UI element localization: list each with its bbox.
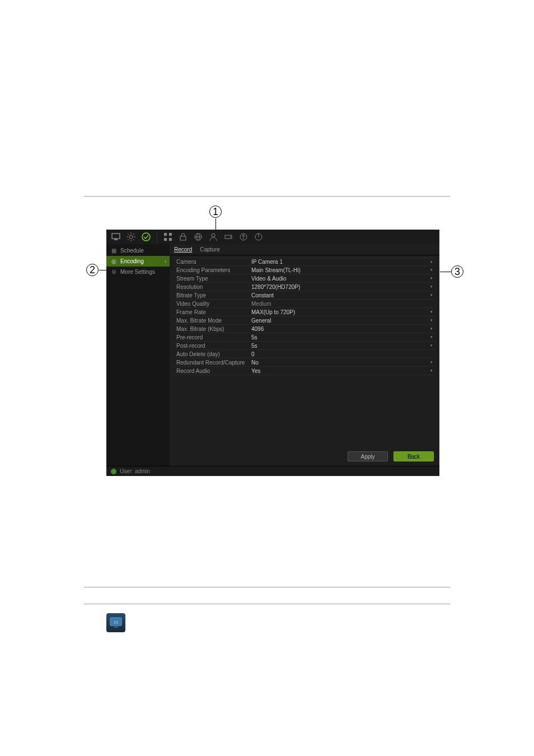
label-video-quality: Video Quality <box>174 301 249 307</box>
top-toolbar <box>106 230 439 244</box>
value-frame-rate[interactable]: MAX(Up to 720P)▾ <box>249 309 435 315</box>
screenshot-window: ▦ Schedule ◎ Encoding › ⚙ More Settings … <box>106 230 439 476</box>
sidebar-item-label: Encoding <box>120 258 144 264</box>
value-max-bitrate-kbps[interactable]: 4096▾ <box>249 326 435 332</box>
label-auto-delete: Auto Delete (day) <box>174 351 249 357</box>
form: Camera IP Camera 1▾ Encoding Parameters … <box>170 255 439 375</box>
label-pre-record: Pre-record <box>174 334 249 340</box>
svg-point-14 <box>230 236 231 237</box>
sidebar-item-schedule[interactable]: ▦ Schedule <box>106 245 170 256</box>
svg-rect-4 <box>164 233 167 236</box>
live-view-icon: 25 <box>106 613 125 632</box>
row-video-quality: Video Quality Medium <box>174 300 435 308</box>
row-redundant: Redundant Record/Capture No▾ <box>174 358 435 367</box>
value-resolution[interactable]: 1280*720(HD720P)▾ <box>249 284 435 290</box>
value-max-bitrate-mode[interactable]: General▾ <box>249 318 435 324</box>
tab-capture[interactable]: Capture <box>200 246 220 253</box>
row-camera: Camera IP Camera 1▾ <box>174 258 435 266</box>
sidebar-item-encoding[interactable]: ◎ Encoding › <box>106 256 170 267</box>
power-icon[interactable] <box>254 232 264 242</box>
back-button[interactable]: Back <box>394 451 434 461</box>
row-encoding-parameters: Encoding Parameters Main Stream(TL-Hi)▾ <box>174 266 435 274</box>
annotation-2: 2 <box>86 264 99 276</box>
chevron-down-icon: ▾ <box>430 284 433 289</box>
svg-point-12 <box>212 234 215 237</box>
calendar-icon: ▦ <box>111 248 117 254</box>
monitor-icon[interactable] <box>111 232 121 242</box>
value-video-quality: Medium <box>249 301 435 307</box>
gear-icon: ⚙ <box>111 269 117 275</box>
grid-icon[interactable] <box>163 232 173 242</box>
row-stream-type: Stream Type Video & Audio▾ <box>174 274 435 283</box>
sidebar-item-more-settings[interactable]: ⚙ More Settings <box>106 267 170 277</box>
svg-rect-19 <box>114 626 118 628</box>
svg-rect-6 <box>164 238 167 241</box>
label-post-record: Post-record <box>174 343 249 349</box>
value-redundant[interactable]: No▾ <box>249 360 435 366</box>
label-stream-type: Stream Type <box>174 276 249 282</box>
chevron-down-icon: ▾ <box>430 326 433 331</box>
chevron-down-icon: ▾ <box>430 360 433 365</box>
label-redundant: Redundant Record/Capture <box>174 360 249 366</box>
row-frame-rate: Frame Rate MAX(Up to 720P)▾ <box>174 308 435 316</box>
settings-tool-icon[interactable] <box>126 232 136 242</box>
annotation-3: 3 <box>451 265 463 278</box>
row-record-audio: Record Audio Yes▾ <box>174 367 435 375</box>
lock-icon[interactable] <box>178 232 188 242</box>
globe-icon[interactable] <box>193 232 203 242</box>
value-auto-delete[interactable]: 0 <box>249 351 435 357</box>
svg-text:25: 25 <box>114 620 118 624</box>
chevron-down-icon: ▾ <box>430 318 433 323</box>
value-post-record[interactable]: 5s▾ <box>249 343 435 349</box>
value-stream-type[interactable]: Video & Audio▾ <box>249 276 435 282</box>
row-pre-record: Pre-record 5s▾ <box>174 333 435 342</box>
value-record-audio[interactable]: Yes▾ <box>249 368 435 374</box>
chevron-down-icon: ▾ <box>430 260 433 264</box>
footer: Apply Back <box>170 447 439 466</box>
chevron-down-icon: ▾ <box>430 310 433 314</box>
chevron-down-icon: ▾ <box>430 276 433 281</box>
svg-rect-0 <box>112 234 120 239</box>
check-icon[interactable] <box>141 232 151 242</box>
svg-rect-1 <box>114 239 118 240</box>
disk-icon[interactable] <box>223 232 233 242</box>
svg-rect-7 <box>169 238 172 241</box>
svg-rect-5 <box>169 233 172 236</box>
chevron-down-icon: ▾ <box>430 368 433 373</box>
annotation-2-line <box>99 270 107 270</box>
svg-point-2 <box>129 235 133 239</box>
value-camera[interactable]: IP Camera 1▾ <box>249 259 435 265</box>
label-encoding-parameters: Encoding Parameters <box>174 267 249 273</box>
annotation-1: 1 <box>209 206 222 218</box>
sidebar-item-label: More Settings <box>120 269 155 275</box>
chevron-down-icon: ▾ <box>430 335 433 339</box>
tab-record[interactable]: Record <box>174 246 192 253</box>
value-pre-record[interactable]: 5s▾ <box>249 334 435 340</box>
label-camera: Camera <box>174 259 249 265</box>
chevron-down-icon: ▾ <box>430 343 433 348</box>
svg-rect-8 <box>180 236 186 240</box>
annotation-3-line <box>440 272 451 272</box>
sidebar: ▦ Schedule ◎ Encoding › ⚙ More Settings <box>106 244 170 466</box>
value-bitrate-type[interactable]: Constant▾ <box>249 292 435 298</box>
user-icon[interactable] <box>208 232 218 242</box>
row-max-bitrate-mode: Max. Bitrate Mode General▾ <box>174 316 435 325</box>
row-max-bitrate-kbps: Max. Bitrate (Kbps) 4096▾ <box>174 325 435 333</box>
main-panel: Record Capture Camera IP Camera 1▾ Encod… <box>170 244 439 466</box>
value-encoding-parameters[interactable]: Main Stream(TL-Hi)▾ <box>249 267 435 273</box>
svg-point-3 <box>142 233 150 241</box>
status-dot-icon <box>111 469 116 474</box>
row-resolution: Resolution 1280*720(HD720P)▾ <box>174 283 435 291</box>
circle-icon: ◎ <box>111 258 117 264</box>
chevron-down-icon: ▾ <box>430 293 433 297</box>
upload-icon[interactable] <box>238 232 249 242</box>
row-auto-delete: Auto Delete (day) 0 <box>174 350 435 358</box>
label-frame-rate: Frame Rate <box>174 309 249 315</box>
tabs: Record Capture <box>170 244 439 255</box>
apply-button[interactable]: Apply <box>348 451 388 461</box>
chevron-right-icon: › <box>165 259 166 264</box>
label-bitrate-type: Bitrate Type <box>174 292 249 298</box>
chevron-down-icon: ▾ <box>430 268 433 272</box>
label-max-bitrate-mode: Max. Bitrate Mode <box>174 318 249 324</box>
label-record-audio: Record Audio <box>174 368 249 374</box>
